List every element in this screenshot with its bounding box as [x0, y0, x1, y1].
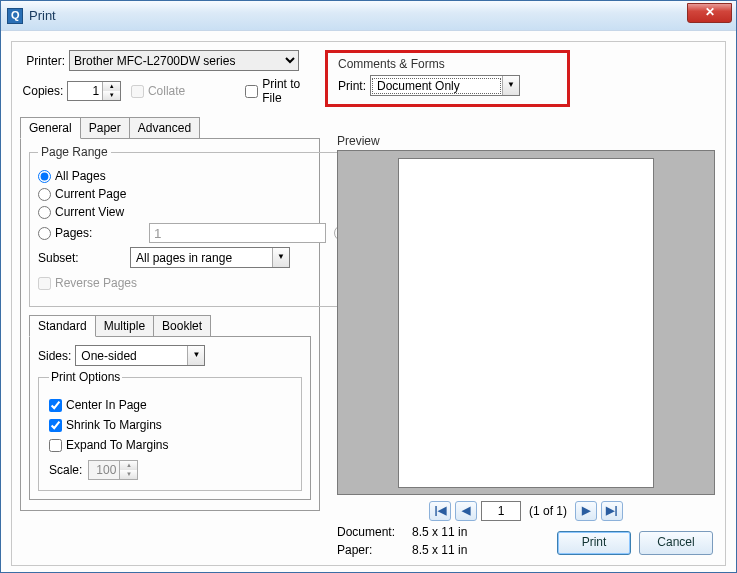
copies-label: Copies: [20, 84, 63, 98]
tab-booklet[interactable]: Booklet [153, 315, 211, 336]
layout-tabs: Standard Multiple Booklet [29, 315, 311, 336]
close-icon: ✕ [705, 5, 715, 19]
window-title: Print [29, 8, 56, 23]
reverse-pages-checkbox [38, 277, 51, 290]
left-column: General Paper Advanced Page Range All Pa… [20, 117, 320, 511]
tab-paper[interactable]: Paper [80, 117, 130, 138]
all-pages-label: All Pages [55, 169, 106, 183]
print-to-file-row[interactable]: Print to File [245, 77, 320, 105]
print-button[interactable]: Print [557, 531, 631, 555]
general-panel: Page Range All Pages Current Page Curren… [20, 138, 320, 511]
print-options-legend: Print Options [49, 370, 122, 384]
current-view-label: Current View [55, 205, 124, 219]
page-range-legend: Page Range [38, 145, 111, 159]
tab-multiple[interactable]: Multiple [95, 315, 154, 336]
cf-print-combo[interactable]: Document Only ▼ [370, 75, 520, 96]
page-preview [398, 158, 654, 488]
scale-input [89, 461, 119, 479]
tab-advanced[interactable]: Advanced [129, 117, 200, 138]
last-page-button[interactable]: ▶| [601, 501, 623, 521]
pages-label: Pages: [55, 226, 139, 240]
collate-label: Collate [148, 84, 185, 98]
radio-current-view[interactable] [38, 206, 51, 219]
collate-checkbox [131, 85, 144, 98]
preview-label: Preview [337, 134, 380, 148]
page-range-group: Page Range All Pages Current Page Curren… [29, 145, 359, 307]
doc-size-label: Document: [337, 525, 402, 539]
radio-current-page[interactable] [38, 188, 51, 201]
tab-standard[interactable]: Standard [29, 315, 96, 337]
cancel-button[interactable]: Cancel [639, 531, 713, 555]
cf-print-label: Print: [338, 79, 366, 93]
printer-row: Printer: Brother MFC-L2700DW series [20, 50, 320, 71]
tab-general[interactable]: General [20, 117, 81, 139]
close-button[interactable]: ✕ [687, 3, 732, 23]
current-page-label: Current Page [55, 187, 126, 201]
page-number-input[interactable] [481, 501, 521, 521]
doc-size-value: 8.5 x 11 in [412, 525, 467, 539]
dialog-body: Printer: Brother MFC-L2700DW series Copi… [1, 31, 736, 572]
chevron-down-icon[interactable]: ▼ [502, 76, 519, 95]
chevron-down-icon[interactable]: ▼ [272, 248, 289, 267]
scale-spinner: ▲ ▼ [88, 460, 138, 480]
dialog-inner: Printer: Brother MFC-L2700DW series Copi… [11, 41, 726, 566]
shrink-checkbox[interactable] [49, 419, 62, 432]
shrink-row[interactable]: Shrink To Margins [49, 418, 162, 432]
dialog-buttons: Print Cancel [557, 531, 713, 555]
comments-forms-group: Comments & Forms Print: Document Only ▼ [325, 50, 570, 107]
copies-spinner[interactable]: ▲ ▼ [67, 81, 121, 101]
paper-size-value: 8.5 x 11 in [412, 543, 467, 557]
subset-combo[interactable]: All pages in range ▼ [130, 247, 290, 268]
expand-label: Expand To Margins [66, 438, 169, 452]
sides-combo[interactable]: One-sided ▼ [75, 345, 205, 366]
shrink-label: Shrink To Margins [66, 418, 162, 432]
comments-forms-title: Comments & Forms [338, 57, 557, 71]
copies-up-button[interactable]: ▲ [102, 82, 120, 91]
top-right: Comments & Forms Print: Document Only ▼ [320, 50, 717, 111]
preview-area [337, 150, 715, 495]
print-options-group: Print Options Center In Page Shrink To M… [38, 370, 302, 491]
scale-label: Scale: [49, 463, 82, 477]
preview-section: Preview |◀ ◀ (1 of 1) ▶ ▶| Document: 8.5… [337, 134, 715, 521]
chevron-down-icon[interactable]: ▼ [187, 346, 204, 365]
copies-row: Copies: ▲ ▼ Collate [20, 77, 320, 105]
printer-label: Printer: [20, 54, 65, 68]
standard-panel: Sides: One-sided ▼ Print Options Center … [29, 336, 311, 500]
expand-row[interactable]: Expand To Margins [49, 438, 169, 452]
print-to-file-label: Print to File [262, 77, 320, 105]
scale-up-button: ▲ [119, 461, 137, 470]
titlebar: Print ✕ [1, 1, 736, 31]
reverse-pages-label: Reverse Pages [55, 276, 137, 290]
copies-down-button[interactable]: ▼ [102, 91, 120, 100]
top-row: Printer: Brother MFC-L2700DW series Copi… [20, 50, 717, 111]
sides-label: Sides: [38, 349, 71, 363]
reverse-pages-row: Reverse Pages [38, 276, 137, 290]
pager: |◀ ◀ (1 of 1) ▶ ▶| [337, 501, 715, 521]
prev-page-button[interactable]: ◀ [455, 501, 477, 521]
paper-size-label: Paper: [337, 543, 402, 557]
copies-input[interactable] [68, 82, 102, 100]
next-page-button[interactable]: ▶ [575, 501, 597, 521]
printer-select[interactable]: Brother MFC-L2700DW series [69, 50, 299, 71]
print-to-file-checkbox[interactable] [245, 85, 258, 98]
center-checkbox[interactable] [49, 399, 62, 412]
page-of-label: (1 of 1) [529, 504, 567, 518]
collate-checkbox-row: Collate [131, 84, 185, 98]
subset-value: All pages in range [132, 251, 271, 265]
print-dialog-window: Print ✕ Printer: Brother MFC-L2700DW ser… [0, 0, 737, 573]
main-tabs: General Paper Advanced [20, 117, 320, 138]
cf-print-value: Document Only [372, 78, 501, 94]
center-label: Center In Page [66, 398, 147, 412]
scale-down-button: ▼ [119, 470, 137, 479]
pages-input [149, 223, 326, 243]
radio-pages[interactable] [38, 227, 51, 240]
subset-label: Subset: [38, 251, 130, 265]
app-icon [7, 8, 23, 24]
first-page-button[interactable]: |◀ [429, 501, 451, 521]
center-row[interactable]: Center In Page [49, 398, 147, 412]
radio-all-pages[interactable] [38, 170, 51, 183]
top-left: Printer: Brother MFC-L2700DW series Copi… [20, 50, 320, 111]
sides-value: One-sided [77, 349, 186, 363]
expand-checkbox[interactable] [49, 439, 62, 452]
